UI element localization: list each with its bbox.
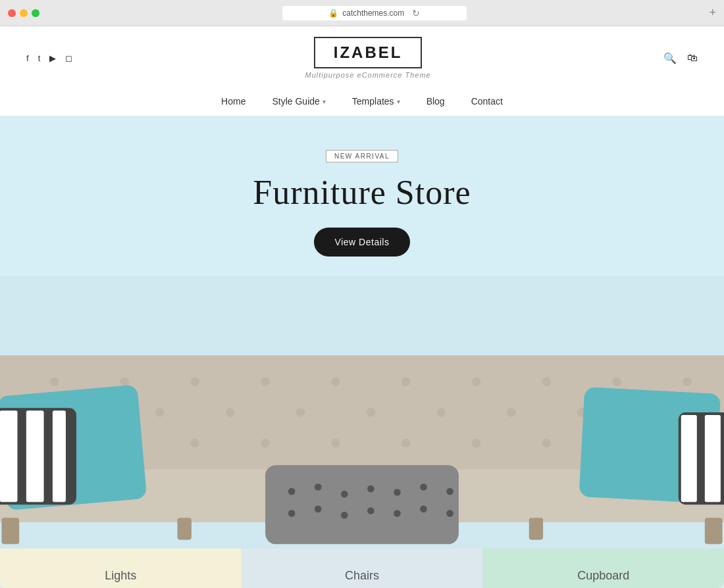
svg-point-16 <box>367 408 375 416</box>
svg-rect-62 <box>705 518 723 544</box>
chevron-down-icon: ▾ <box>397 98 400 105</box>
svg-point-44 <box>367 485 375 493</box>
svg-point-13 <box>155 408 164 416</box>
header-icons: 🔍 🛍 <box>663 52 698 64</box>
svg-point-14 <box>226 408 234 416</box>
svg-point-3 <box>120 378 129 386</box>
browser-addressbar: 🔒 catchthemes.com ↻ <box>45 6 704 20</box>
svg-point-52 <box>394 510 401 517</box>
nav-contact[interactable]: Contact <box>471 96 503 107</box>
svg-point-53 <box>420 506 427 513</box>
svg-point-5 <box>261 378 269 386</box>
category-lights[interactable]: Lights <box>0 549 242 588</box>
category-lights-label: Lights <box>105 569 136 583</box>
hero-section: NEW ARRIVAL Furniture Store View Details <box>0 116 724 588</box>
nav-blog[interactable]: Blog <box>427 96 445 107</box>
svg-point-10 <box>613 378 621 386</box>
svg-rect-57 <box>681 415 697 502</box>
cart-icon[interactable]: 🛍 <box>687 52 698 64</box>
svg-rect-58 <box>705 415 721 502</box>
search-icon[interactable]: 🔍 <box>663 52 677 64</box>
svg-point-8 <box>472 378 480 386</box>
twitter-icon[interactable]: t <box>38 53 41 63</box>
minimize-button[interactable] <box>20 9 28 17</box>
svg-point-50 <box>341 512 348 519</box>
svg-point-18 <box>507 408 515 416</box>
nav-home-label: Home <box>221 96 246 107</box>
svg-point-7 <box>401 378 410 386</box>
youtube-icon[interactable]: ▶ <box>49 53 56 63</box>
svg-point-27 <box>472 439 480 447</box>
svg-point-47 <box>446 488 453 495</box>
new-tab-button[interactable]: + <box>709 6 716 20</box>
svg-point-54 <box>446 510 453 517</box>
close-button[interactable] <box>8 9 16 17</box>
svg-rect-63 <box>178 518 192 539</box>
nav-templates-label: Templates <box>352 96 394 107</box>
header-top: f t ▶ ◻ IZABEL Multipurpose eCommerce Th… <box>26 37 698 87</box>
hero-image <box>0 276 724 549</box>
svg-point-51 <box>367 507 375 514</box>
svg-rect-61 <box>1 518 19 544</box>
site-header: f t ▶ ◻ IZABEL Multipurpose eCommerce Th… <box>0 26 724 116</box>
svg-rect-64 <box>529 518 543 539</box>
website-content: f t ▶ ◻ IZABEL Multipurpose eCommerce Th… <box>0 26 724 588</box>
svg-point-42 <box>315 483 322 491</box>
browser-titlebar: 🔒 catchthemes.com ↻ + <box>0 0 724 26</box>
nav-style-guide[interactable]: Style Guide ▾ <box>272 96 325 107</box>
address-box[interactable]: 🔒 catchthemes.com ↻ <box>282 6 467 20</box>
nav-contact-label: Contact <box>471 96 503 107</box>
svg-point-49 <box>315 506 322 513</box>
view-details-button[interactable]: View Details <box>314 228 411 257</box>
nav-templates[interactable]: Templates ▾ <box>352 96 400 107</box>
svg-rect-40 <box>265 465 459 544</box>
svg-point-45 <box>394 489 401 496</box>
refresh-icon[interactable]: ↻ <box>412 8 420 18</box>
svg-point-4 <box>191 378 199 386</box>
category-cupboard[interactable]: Cupboard <box>482 549 724 588</box>
svg-point-6 <box>331 378 340 386</box>
social-icons: f t ▶ ◻ <box>26 53 72 63</box>
svg-point-2 <box>50 378 59 386</box>
new-arrival-badge: NEW ARRIVAL <box>326 150 398 162</box>
svg-point-28 <box>542 439 551 447</box>
facebook-icon[interactable]: f <box>26 53 29 63</box>
svg-rect-37 <box>0 410 17 502</box>
svg-point-41 <box>288 488 296 495</box>
svg-point-25 <box>331 439 340 447</box>
browser-window: 🔒 catchthemes.com ↻ + f t ▶ ◻ I <box>0 0 724 588</box>
category-chairs[interactable]: Chairs <box>242 549 483 588</box>
nav-style-guide-label: Style Guide <box>272 96 319 107</box>
category-chairs-label: Chairs <box>345 569 379 583</box>
site-branding: IZABEL Multipurpose eCommerce Theme <box>72 37 663 79</box>
site-title: IZABEL <box>334 43 403 62</box>
svg-point-26 <box>401 439 410 447</box>
svg-point-11 <box>683 378 691 386</box>
svg-point-9 <box>542 378 551 386</box>
svg-point-17 <box>437 408 446 416</box>
nav-blog-label: Blog <box>427 96 445 107</box>
svg-point-43 <box>341 491 348 498</box>
category-strip: Lights Chairs Cupboard <box>0 549 724 588</box>
svg-rect-38 <box>26 410 44 502</box>
maximize-button[interactable] <box>32 9 39 17</box>
site-title-box: IZABEL <box>314 37 423 68</box>
hero-title: Furniture Store <box>13 173 711 212</box>
chevron-down-icon: ▾ <box>323 98 326 105</box>
site-tagline: Multipurpose eCommerce Theme <box>305 71 431 79</box>
lock-icon: 🔒 <box>328 9 338 18</box>
browser-dots <box>8 9 39 17</box>
site-nav: Home Style Guide ▾ Templates ▾ Blog Cont… <box>26 87 698 116</box>
svg-point-15 <box>296 408 305 416</box>
category-cupboard-label: Cupboard <box>577 569 629 583</box>
svg-point-48 <box>288 510 296 517</box>
svg-point-23 <box>191 439 199 447</box>
svg-rect-39 <box>53 410 66 502</box>
nav-home[interactable]: Home <box>221 96 246 107</box>
svg-point-46 <box>420 483 427 491</box>
instagram-icon[interactable]: ◻ <box>65 53 72 63</box>
url-text: catchthemes.com <box>342 9 404 18</box>
svg-point-24 <box>261 439 269 447</box>
hero-text: NEW ARRIVAL Furniture Store View Details <box>0 116 724 276</box>
